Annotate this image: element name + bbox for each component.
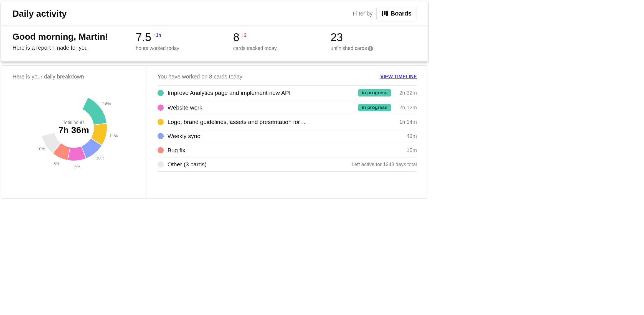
metric-hours-delta: ↑ 1h [153, 33, 161, 38]
metric-hours-value: 7.5 [136, 32, 151, 43]
metric-cards-label: cards tracked today [233, 45, 320, 51]
breakdown-pane: Here is your daily breakdown Total hours… [1, 66, 146, 198]
card-title: Website work [168, 104, 355, 111]
boards-filter-button[interactable]: Boards [376, 7, 417, 20]
card-time: 15m [395, 147, 417, 153]
breakdown-card: Here is your daily breakdown Total hours… [1, 65, 428, 199]
card-title: Improve Analytics page and implement new… [168, 90, 355, 96]
donut-slice [40, 94, 88, 136]
donut-slice-label: 8% [54, 161, 60, 166]
metric-cards-value: 8 [233, 32, 239, 43]
arrow-down-icon: ↓ [241, 33, 243, 38]
svg-rect-1 [384, 11, 386, 15]
header-bar: Daily activity Filter by Boards [1, 1, 428, 26]
breakdown-title: Here is your daily breakdown [12, 73, 135, 80]
help-icon[interactable]: ? [368, 46, 373, 51]
greeting-headline: Good morning, Martin! [12, 32, 125, 42]
status-badge: in progress [358, 89, 391, 96]
card-color-dot [158, 161, 164, 167]
page-title: Daily activity [12, 9, 67, 19]
donut-slice-label: 9% [74, 164, 80, 169]
card-title: Other (3 cards) [168, 161, 348, 168]
greeting-subline: Here is a report I made for you [12, 45, 125, 51]
card-row[interactable]: Other (3 cards)Left active for 1243 days… [158, 158, 417, 172]
card-time: 2h 12m [395, 105, 417, 111]
card-time: 1h 14m [395, 119, 417, 125]
donut-slice-label: 16% [103, 101, 111, 106]
card-row[interactable]: Bug fix15m [158, 143, 417, 158]
card-row[interactable]: Weekly sync43m [158, 129, 417, 143]
boards-icon [382, 11, 388, 16]
card-title: Weekly sync [168, 133, 391, 139]
svg-rect-0 [382, 11, 383, 16]
filter-area: Filter by Boards [353, 7, 417, 20]
donut-chart: Total hours 7h 36m 16%11%10%9%8%10% [29, 83, 118, 172]
card-color-dot [158, 147, 164, 153]
card-title: Bug fix [168, 147, 391, 154]
filter-by-label: Filter by [353, 11, 372, 17]
card-time: 43m [395, 133, 417, 139]
card-time: 2h 32m [395, 90, 417, 96]
daily-activity-card: Daily activity Filter by Boards Good mor… [1, 1, 428, 62]
cards-worked-title: You have worked on 8 cards today [158, 73, 242, 80]
donut-slice-label: 10% [37, 146, 45, 151]
svg-rect-2 [386, 11, 388, 16]
greeting-block: Good morning, Martin! Here is a report I… [12, 32, 125, 51]
card-title: Logo, brand guidelines, assets and prese… [168, 119, 391, 125]
card-row[interactable]: Improve Analytics page and implement new… [158, 85, 417, 100]
metric-hours: 7.5 ↑ 1h hours worked today [136, 32, 222, 51]
status-badge: in progress [358, 104, 391, 111]
card-color-dot [158, 133, 164, 139]
metric-unfinished: 23 unfinished cards ? [331, 32, 417, 51]
donut-slice-label: 10% [96, 156, 104, 160]
card-row[interactable]: Logo, brand guidelines, assets and prese… [158, 115, 417, 129]
boards-filter-label: Boards [391, 10, 412, 17]
card-color-dot [158, 119, 164, 125]
card-row[interactable]: Website workin progress2h 12m [158, 100, 417, 115]
metric-cards-delta: ↓ 2 [241, 33, 247, 38]
metric-unfinished-value: 23 [331, 32, 343, 43]
card-color-dot [158, 90, 164, 96]
view-timeline-link[interactable]: VIEW TIMELINE [381, 74, 417, 80]
metric-cards: 8 ↓ 2 cards tracked today [233, 32, 320, 51]
arrow-up-icon: ↑ [153, 33, 155, 38]
cards-pane: You have worked on 8 cards today VIEW TI… [146, 66, 428, 198]
metric-unfinished-label: unfinished cards ? [331, 45, 417, 51]
summary-row: Good morning, Martin! Here is a report I… [1, 26, 428, 61]
card-color-dot [158, 105, 164, 111]
donut-slice-label: 11% [110, 133, 118, 138]
card-other-note: Left active for 1243 days total [352, 162, 417, 167]
metric-hours-label: hours worked today [136, 45, 222, 51]
